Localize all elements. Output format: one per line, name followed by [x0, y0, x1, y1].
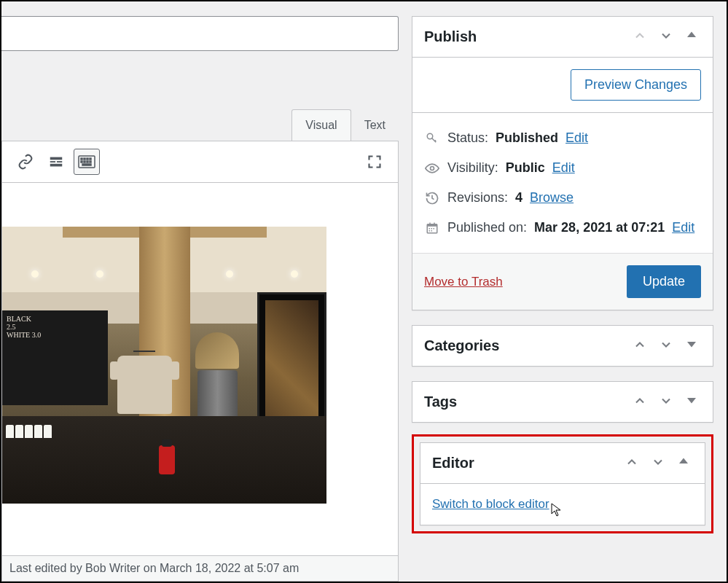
switch-to-block-editor-link[interactable]: Switch to block editor [432, 497, 549, 511]
toggle-panel-icon[interactable] [682, 392, 701, 412]
svg-point-15 [431, 166, 434, 170]
edit-status-link[interactable]: Edit [565, 130, 588, 146]
last-edited-footer: Last edited by Bob Writer on March 18, 2… [1, 556, 399, 582]
move-down-icon[interactable] [656, 392, 676, 412]
svg-rect-8 [90, 158, 91, 160]
toggle-panel-icon[interactable] [682, 336, 701, 356]
toggle-panel-icon[interactable] [682, 27, 701, 47]
publish-metabox: Publish Preview Changes Status: Publishe… [412, 16, 713, 310]
svg-rect-10 [84, 161, 85, 163]
move-to-trash-link[interactable]: Move to Trash [424, 275, 503, 289]
move-up-icon[interactable] [630, 336, 650, 356]
publish-title: Publish [424, 28, 477, 45]
fullscreen-icon[interactable] [361, 149, 388, 175]
svg-rect-23 [429, 230, 431, 232]
svg-rect-6 [84, 158, 85, 160]
svg-rect-11 [87, 161, 88, 163]
svg-rect-20 [429, 228, 431, 230]
post-featured-image: BLACK 2.5 WHITE 3.0 [2, 227, 326, 504]
link-icon[interactable] [12, 149, 39, 175]
post-title-input[interactable] [1, 16, 399, 51]
categories-metabox: Categories [412, 325, 713, 367]
update-button[interactable]: Update [627, 265, 701, 298]
eye-icon [424, 161, 440, 176]
cursor-icon [551, 503, 563, 521]
svg-rect-0 [50, 157, 63, 160]
move-up-icon[interactable] [622, 453, 642, 473]
svg-rect-1 [50, 161, 55, 163]
svg-rect-13 [82, 164, 91, 165]
svg-rect-3 [50, 164, 63, 167]
tab-visual[interactable]: Visual [291, 109, 351, 141]
svg-rect-24 [431, 230, 433, 232]
revisions-label: Revisions: [447, 190, 508, 206]
main-editor-area: Visual Text [1, 1, 399, 582]
move-down-icon[interactable] [656, 27, 676, 47]
editor-metabox: Editor Switch to block editor [420, 442, 705, 525]
svg-rect-22 [434, 228, 435, 230]
move-up-icon[interactable] [630, 27, 650, 47]
editor-panel-title: Editor [432, 455, 474, 472]
revisions-icon [424, 191, 440, 206]
published-on-label: Published on: [447, 220, 527, 235]
visibility-label: Visibility: [447, 160, 498, 176]
published-on-value: Mar 28, 2021 at 07:21 [534, 220, 665, 235]
move-up-icon[interactable] [630, 392, 650, 412]
key-icon [424, 132, 440, 145]
svg-rect-5 [81, 158, 82, 160]
svg-rect-21 [431, 228, 433, 230]
svg-rect-12 [90, 161, 91, 163]
read-more-icon[interactable] [43, 149, 69, 175]
svg-rect-17 [427, 224, 437, 226]
preview-changes-button[interactable]: Preview Changes [571, 69, 701, 101]
calendar-icon [424, 222, 440, 235]
chalkboard-text: 2.5 [7, 323, 103, 331]
keyboard-toggle-icon[interactable] [74, 149, 100, 175]
tags-title: Tags [424, 394, 457, 410]
svg-rect-2 [57, 161, 62, 163]
tags-metabox: Tags [412, 381, 713, 423]
status-label: Status: [447, 130, 488, 146]
editor-panel-highlight: Editor Switch to block editor [412, 434, 713, 533]
chalkboard-text: BLACK [7, 315, 103, 323]
browse-revisions-link[interactable]: Browse [530, 190, 574, 206]
move-down-icon[interactable] [648, 453, 668, 473]
chalkboard-text: WHITE 3.0 [7, 331, 103, 339]
tab-text[interactable]: Text [351, 110, 399, 141]
toggle-panel-icon[interactable] [674, 453, 693, 473]
edit-publish-date-link[interactable]: Edit [672, 220, 694, 235]
edit-visibility-link[interactable]: Edit [552, 160, 575, 176]
visibility-value: Public [506, 160, 545, 176]
editor-sidebar: Publish Preview Changes Status: Publishe… [399, 1, 727, 582]
move-down-icon[interactable] [656, 336, 676, 356]
revisions-value: 4 [515, 190, 522, 206]
editor-content[interactable]: BLACK 2.5 WHITE 3.0 [1, 183, 399, 556]
status-value: Published [496, 130, 558, 146]
svg-rect-9 [81, 161, 82, 163]
editor-toolbar [1, 141, 399, 183]
categories-title: Categories [424, 337, 499, 354]
editor-mode-tabs: Visual Text [1, 109, 399, 141]
svg-rect-7 [87, 158, 88, 160]
